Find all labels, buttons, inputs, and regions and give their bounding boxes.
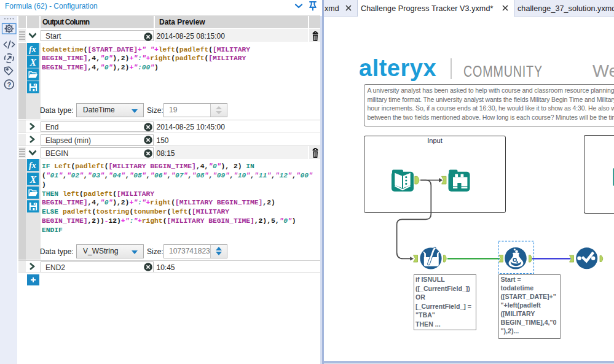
svg-text:fx: fx bbox=[29, 45, 36, 54]
svg-text:X: X bbox=[30, 174, 37, 185]
svg-text:?: ? bbox=[7, 81, 11, 88]
svg-text:X: X bbox=[30, 57, 37, 68]
svg-text:fx: fx bbox=[29, 161, 36, 170]
